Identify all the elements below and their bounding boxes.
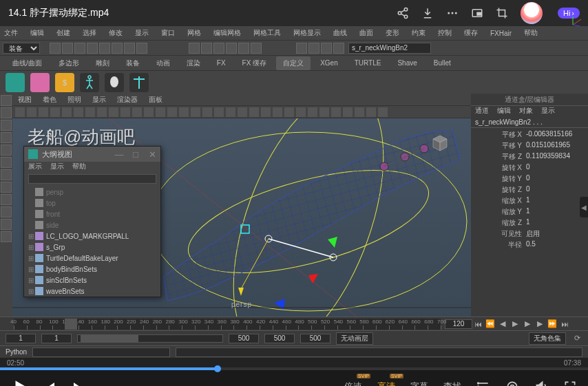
shelf-tab[interactable]: 多边形 xyxy=(52,56,86,70)
panel-menu-item[interactable]: 显示 xyxy=(92,95,106,105)
find-button[interactable]: 查找 xyxy=(443,380,461,387)
tool-icon[interactable] xyxy=(1,206,12,217)
iconbar-icon[interactable] xyxy=(62,107,72,117)
command-input[interactable] xyxy=(32,347,170,357)
channel-attr[interactable]: 平移 Y0.0151061965 xyxy=(471,140,588,151)
time-slider[interactable]: 4060801001201401601802002202402602803003… xyxy=(0,317,588,330)
channel-attr[interactable]: 可见性启用 xyxy=(471,228,588,239)
shelf-tab[interactable]: 曲线/曲面 xyxy=(6,56,49,70)
tool-icon[interactable] xyxy=(1,231,12,242)
side-panel-toggle[interactable]: ◀ xyxy=(580,197,588,217)
shelf-button-head[interactable] xyxy=(105,73,124,92)
panel-menu-item[interactable]: 照明 xyxy=(67,95,81,105)
selection-name-field[interactable] xyxy=(348,43,431,54)
scale-tool[interactable] xyxy=(1,144,12,156)
viewport[interactable]: 老船@动画吧 大纲视图 — □ ✕ 展示显示帮助 persptopfrontsi… xyxy=(12,118,471,317)
status-icon[interactable] xyxy=(124,43,135,54)
step-forward[interactable]: ▶ xyxy=(534,319,545,330)
iconbar-icon[interactable] xyxy=(74,107,83,117)
status-icon[interactable] xyxy=(99,43,110,54)
menu-item[interactable]: 曲线 xyxy=(333,28,347,38)
iconbar-icon[interactable] xyxy=(296,107,306,117)
iconbar-icon[interactable] xyxy=(167,107,177,117)
status-icon[interactable] xyxy=(112,43,123,54)
menu-item[interactable]: 网格工具 xyxy=(253,28,281,38)
iconbar-icon[interactable] xyxy=(261,107,271,117)
menu-item[interactable]: 网格显示 xyxy=(293,28,321,38)
step-back-key[interactable]: ⏪ xyxy=(485,319,496,330)
iconbar-icon[interactable] xyxy=(179,107,189,117)
lasso-tool[interactable] xyxy=(1,107,12,118)
range-end[interactable]: 500 xyxy=(264,334,295,343)
panel-menu-item[interactable]: 视图 xyxy=(18,95,32,105)
panel-menu-item[interactable]: 着色 xyxy=(43,95,56,105)
channel-attr[interactable]: 旋转 Z0 xyxy=(471,184,588,195)
cb-menu-item[interactable]: 对象 xyxy=(519,106,533,117)
outliner-item[interactable]: persp xyxy=(24,186,160,197)
step-back[interactable]: ◀ xyxy=(497,319,508,330)
snap-icon[interactable] xyxy=(251,43,262,54)
menu-item[interactable]: 变形 xyxy=(386,28,399,38)
channel-attr[interactable]: 平移 X-0.0063815166 xyxy=(471,129,588,140)
tool-icon[interactable] xyxy=(1,157,12,168)
iconbar-icon[interactable] xyxy=(85,107,95,117)
shelf-tab[interactable]: FX xyxy=(210,57,233,69)
iconbar-icon[interactable] xyxy=(156,107,165,117)
shelf-button-human[interactable] xyxy=(80,73,99,92)
shelf-tab[interactable]: 装备 xyxy=(119,56,147,70)
shelf-button[interactable] xyxy=(6,73,25,92)
minimize-button[interactable]: — xyxy=(111,147,127,162)
viewcube-icon[interactable] xyxy=(430,132,450,153)
iconbar-icon[interactable] xyxy=(202,107,212,117)
snap-icon[interactable] xyxy=(226,43,237,54)
outliner-item[interactable]: ⊞bodyBindBnSets xyxy=(24,264,160,275)
iconbar-icon[interactable] xyxy=(144,107,154,117)
iconbar-icon[interactable] xyxy=(226,107,235,117)
iconbar-icon[interactable] xyxy=(308,107,317,117)
prev-button[interactable] xyxy=(44,380,56,387)
outliner-titlebar[interactable]: 大纲视图 — □ ✕ xyxy=(24,147,160,162)
iconbar-icon[interactable] xyxy=(331,107,341,117)
shelf-tab[interactable]: Shave xyxy=(390,57,423,69)
render-icon[interactable] xyxy=(296,43,307,54)
outliner-item[interactable]: ⊞LC_LOGO_MARKGRPALL xyxy=(24,230,160,242)
play-forward[interactable]: ▶ xyxy=(522,319,533,330)
user-avatar[interactable] xyxy=(521,2,543,24)
range-start[interactable]: 1 xyxy=(6,334,36,343)
close-button[interactable]: ✕ xyxy=(144,147,160,162)
shelf-tab[interactable]: FX 缓存 xyxy=(235,56,274,70)
range-inner-start[interactable]: 1 xyxy=(41,334,72,343)
shelf-button[interactable]: $ xyxy=(55,73,74,92)
iconbar-icon[interactable] xyxy=(238,107,247,117)
tool-icon[interactable] xyxy=(1,182,12,193)
quality-button[interactable]: 高清 xyxy=(377,380,395,387)
pip-icon[interactable] xyxy=(471,7,483,19)
iconbar-icon[interactable] xyxy=(378,107,388,117)
menu-item[interactable]: 修改 xyxy=(109,28,123,38)
menu-item[interactable]: 创建 xyxy=(56,28,70,38)
iconbar-icon[interactable] xyxy=(50,107,60,117)
outliner-item[interactable]: front xyxy=(24,208,160,219)
fullscreen-icon[interactable] xyxy=(563,380,577,387)
channel-attr[interactable]: 平移 Z0.1109359834 xyxy=(471,151,588,162)
menu-item[interactable]: 编辑 xyxy=(30,28,44,38)
outliner-menu-item[interactable]: 展示 xyxy=(28,162,42,173)
object-name[interactable]: s_r_neckWingBn2 . . . xyxy=(471,117,588,128)
shelf-tab[interactable]: 动画 xyxy=(149,56,177,70)
menu-item[interactable]: 窗口 xyxy=(161,28,175,38)
goto-start[interactable]: ⏮ xyxy=(472,319,483,330)
iconbar-icon[interactable] xyxy=(284,107,294,117)
outliner-menu-item[interactable]: 帮助 xyxy=(72,162,86,173)
shelf-tab[interactable]: TURTLE xyxy=(348,57,388,69)
iconbar-icon[interactable] xyxy=(109,107,118,117)
snap-icon[interactable] xyxy=(213,43,224,54)
range-inner-end[interactable]: 500 xyxy=(229,334,259,343)
iconbar-icon[interactable] xyxy=(27,107,36,117)
channel-attr[interactable]: 缩放 Z1 xyxy=(471,217,588,228)
menu-item[interactable]: 编辑网格 xyxy=(213,28,241,38)
step-forward-key[interactable]: ⏩ xyxy=(547,319,558,330)
outliner-item[interactable]: side xyxy=(24,219,160,230)
range-bar[interactable] xyxy=(77,334,223,343)
menu-item[interactable]: 帮助 xyxy=(524,28,538,38)
shelf-tab[interactable]: 雕刻 xyxy=(89,56,116,70)
